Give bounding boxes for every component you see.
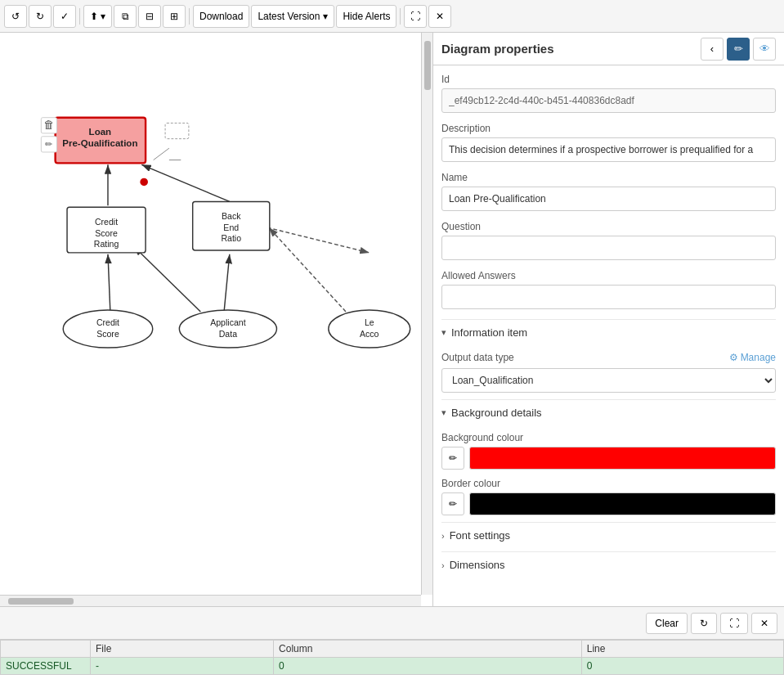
close-canvas-button[interactable]: ✕ bbox=[428, 5, 451, 28]
node-ad-text2: Data bbox=[219, 329, 237, 339]
panel-edit-button[interactable]: ✏ bbox=[727, 38, 750, 61]
node-loan-text2: Pre-Qualification bbox=[62, 138, 137, 148]
shrink-button[interactable]: ⊟ bbox=[138, 5, 161, 28]
col-column: Column bbox=[274, 641, 582, 658]
dashed-box bbox=[165, 123, 189, 138]
expand-canvas-button[interactable]: ⛶ bbox=[720, 613, 748, 634]
check-button[interactable]: ✓ bbox=[53, 5, 76, 28]
information-item-content: Output data type ⚙ Manage Loan_Qualifica… bbox=[441, 345, 776, 396]
dimensions-section-header[interactable]: › Dimensions bbox=[441, 551, 776, 578]
separator-3 bbox=[400, 8, 401, 25]
refresh-button[interactable]: ↻ bbox=[691, 613, 717, 634]
hide-alerts-button[interactable]: Hide Alerts bbox=[336, 5, 396, 28]
arrow-ber-right bbox=[267, 227, 370, 253]
bg-colour-row: ✏ bbox=[441, 447, 776, 470]
upload-button[interactable]: ⬆ ▾ bbox=[83, 5, 112, 28]
node-loan-dot bbox=[140, 178, 148, 187]
small-arrow1 bbox=[154, 148, 169, 160]
name-label: Name bbox=[441, 172, 776, 183]
information-item-section-header[interactable]: ▾ Information item bbox=[441, 319, 776, 345]
cell-status: SUCCESSFUL bbox=[1, 658, 91, 675]
id-field-group: Id bbox=[441, 74, 776, 113]
vertical-scrollbar-thumb[interactable] bbox=[424, 41, 431, 90]
bg-colour-swatch[interactable] bbox=[469, 447, 776, 470]
arrow-cs-csr bbox=[108, 254, 110, 312]
results-area: File Column Line SUCCESSFUL - 0 0 bbox=[0, 639, 784, 688]
horizontal-scrollbar-thumb[interactable] bbox=[8, 598, 74, 605]
canvas-area[interactable]: Loan Pre-Qualification Credit Score Rati… bbox=[0, 33, 432, 606]
edit-icon-glyph: ✏ bbox=[45, 139, 53, 149]
col-status bbox=[1, 641, 91, 658]
description-label: Description bbox=[441, 123, 776, 134]
results-body: SUCCESSFUL - 0 0 bbox=[1, 658, 784, 675]
font-settings-section-header[interactable]: › Font settings bbox=[441, 522, 776, 548]
fullscreen-button[interactable]: ⛶ bbox=[404, 5, 427, 28]
bottom-bar: Clear ↻ ⛶ ✕ bbox=[0, 606, 784, 639]
expand-button[interactable]: ⊞ bbox=[163, 5, 186, 28]
copy-button[interactable]: ⧉ bbox=[114, 5, 137, 28]
separator-2 bbox=[189, 8, 190, 25]
node-csr-text1: Credit bbox=[95, 217, 118, 227]
background-details-content: Background colour ✏ Border colour ✏ bbox=[441, 425, 776, 519]
redo-button[interactable]: ↻ bbox=[29, 5, 52, 28]
font-settings-chevron: › bbox=[441, 531, 445, 541]
panel-prev-button[interactable]: ‹ bbox=[701, 38, 724, 61]
undo-button[interactable]: ↺ bbox=[4, 5, 27, 28]
cell-column: 0 bbox=[274, 658, 582, 675]
bg-colour-label: Background colour bbox=[441, 432, 776, 443]
node-ber-text3: Ratio bbox=[221, 233, 241, 243]
version-label: Latest Version bbox=[258, 11, 320, 22]
border-colour-row: ✏ bbox=[441, 492, 776, 515]
delete-icon-glyph: 🗑 bbox=[43, 119, 54, 131]
close-bottom-button[interactable]: ✕ bbox=[751, 613, 777, 634]
question-field-group: Question bbox=[441, 221, 776, 260]
node-csr-text2: Score bbox=[95, 228, 118, 238]
output-type-row: Output data type ⚙ Manage bbox=[441, 352, 776, 363]
manage-label: Manage bbox=[741, 352, 776, 363]
border-colour-edit-button[interactable]: ✏ bbox=[441, 492, 464, 515]
cell-line: 0 bbox=[581, 658, 783, 675]
node-csr-text3: Rating bbox=[94, 239, 119, 249]
panel-eye-button[interactable]: 👁 bbox=[753, 38, 776, 61]
horizontal-scrollbar[interactable] bbox=[0, 595, 421, 606]
version-button[interactable]: Latest Version ▾ bbox=[251, 5, 334, 28]
background-details-section-header[interactable]: ▾ Background details bbox=[441, 399, 776, 425]
allowed-answers-input[interactable] bbox=[441, 285, 776, 309]
name-input[interactable] bbox=[441, 187, 776, 211]
output-data-type-select[interactable]: Loan_Qualification bbox=[441, 368, 776, 393]
right-panel: Diagram properties ‹ ✏ 👁 Id Description … bbox=[432, 33, 784, 606]
node-ber-text2: End bbox=[223, 223, 239, 232]
node-ad-text1: Applicant bbox=[210, 317, 245, 327]
cell-file: - bbox=[91, 658, 274, 675]
node-loan-text1: Loan bbox=[89, 127, 112, 137]
question-input[interactable] bbox=[441, 236, 776, 260]
name-field-group: Name bbox=[441, 172, 776, 211]
node-cs-text2: Score bbox=[96, 329, 119, 339]
description-input[interactable] bbox=[441, 137, 776, 162]
node-ber-text1: Back bbox=[222, 211, 241, 221]
bg-colour-edit-button[interactable]: ✏ bbox=[441, 447, 464, 470]
background-details-title: Background details bbox=[451, 407, 542, 419]
download-button[interactable]: Download bbox=[193, 5, 249, 28]
clear-button[interactable]: Clear bbox=[646, 613, 688, 634]
id-input[interactable] bbox=[441, 88, 776, 113]
upload-icon: ⬆ bbox=[90, 11, 98, 22]
node-la-text2: Acco bbox=[360, 329, 379, 339]
background-details-chevron: ▾ bbox=[441, 407, 446, 418]
border-colour-swatch[interactable] bbox=[469, 492, 776, 515]
separator-1 bbox=[79, 8, 80, 25]
panel-header: Diagram properties ‹ ✏ 👁 bbox=[433, 33, 784, 65]
upload-arrow: ▾ bbox=[101, 11, 105, 22]
table-row: SUCCESSFUL - 0 0 bbox=[1, 658, 784, 675]
panel-title: Diagram properties bbox=[441, 42, 554, 56]
vertical-scrollbar[interactable] bbox=[421, 33, 432, 595]
node-cs-text1: Credit bbox=[96, 317, 119, 327]
arrow-ber-loan bbox=[141, 164, 230, 201]
results-table: File Column Line SUCCESSFUL - 0 0 bbox=[0, 640, 784, 675]
output-data-type-label: Output data type bbox=[441, 352, 514, 363]
toolbar: ↺ ↻ ✓ ⬆ ▾ ⧉ ⊟ ⊞ Download Latest Version … bbox=[0, 0, 784, 33]
arrow-ad-ber bbox=[224, 254, 230, 312]
manage-link[interactable]: ⚙ Manage bbox=[729, 352, 776, 363]
border-colour-label: Border colour bbox=[441, 478, 776, 489]
panel-header-icons: ‹ ✏ 👁 bbox=[701, 38, 776, 61]
